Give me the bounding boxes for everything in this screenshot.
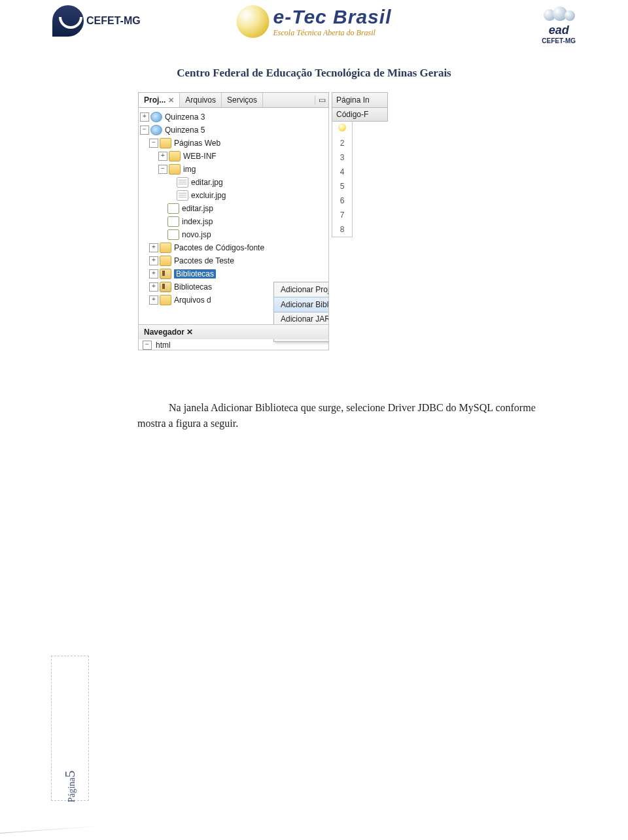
project-tree[interactable]: +Quinzena 3 −Quinzena 5 −Páginas Web +WE… (139, 108, 328, 309)
cefet-label: CEFET-MG (86, 15, 141, 27)
collapse-icon[interactable]: − (140, 126, 149, 135)
gutter-line: 6 (332, 193, 352, 208)
ead-sublabel: CEFET-MG (542, 37, 576, 44)
folder-icon (169, 151, 181, 161)
close-icon[interactable]: ✕ (186, 328, 193, 337)
gutter-line: 4 (332, 165, 352, 179)
cefet-icon (52, 5, 84, 37)
file-icon (177, 190, 188, 201)
folder-icon (160, 138, 171, 148)
tree-novo-jsp[interactable]: novo.jsp (182, 230, 211, 239)
nav-html-node[interactable]: html (156, 341, 171, 350)
globe-icon (237, 5, 270, 38)
gutter-line: 5 (332, 179, 352, 193)
footer-rule (0, 826, 105, 833)
expand-icon[interactable]: + (158, 152, 167, 161)
library-icon (160, 282, 171, 292)
etec-brand-text: e-Tec Brasil (273, 6, 392, 28)
tree-quinzena3[interactable]: Quinzena 3 (165, 112, 205, 122)
tree-arquivos-d[interactable]: Arquivos d (174, 295, 211, 305)
tab-projetos-label: Proj... (144, 95, 166, 105)
tree-pacotes-fonte[interactable]: Pacotes de Códigos-fonte (174, 243, 264, 252)
logo-etec-brasil: e-Tec Brasil Escola Técnica Aberta do Br… (237, 5, 392, 38)
tree-editar-jpg[interactable]: editar.jpg (191, 178, 223, 187)
page-number-box: Página5 (51, 656, 89, 801)
expand-icon[interactable]: + (149, 269, 158, 278)
folder-icon (160, 243, 171, 253)
jsp-file-icon (167, 216, 179, 227)
expand-icon[interactable]: + (149, 243, 158, 252)
logo-cefet: CEFET-MG (52, 5, 141, 37)
ide-screenshot: Proj...✕ Arquivos Serviços ▭ +Quinzena 3… (137, 92, 387, 374)
tree-img[interactable]: img (183, 165, 196, 174)
tab-servicos[interactable]: Serviços (222, 93, 263, 107)
close-icon[interactable]: ✕ (168, 96, 174, 104)
tab-navegador-label: Navegador (144, 328, 184, 337)
tree-bibliotecas-2[interactable]: Bibliotecas (174, 282, 212, 292)
tree-editar-jsp[interactable]: editar.jsp (182, 204, 213, 213)
page-number: 5 (61, 770, 78, 777)
expand-icon[interactable]: + (149, 256, 158, 265)
menu-adicionar-biblioteca[interactable]: Adicionar Biblioteca... (273, 297, 329, 312)
globe-icon (150, 112, 162, 122)
tab-projetos[interactable]: Proj...✕ (139, 93, 180, 107)
side-panel-tabs: Proj...✕ Arquivos Serviços ▭ (138, 92, 329, 108)
tree-excluir-jpg[interactable]: excluir.jpg (191, 191, 226, 200)
minimize-icon[interactable]: ▭ (315, 95, 328, 105)
lightbulb-icon[interactable] (338, 124, 346, 131)
jsp-file-icon (167, 229, 179, 240)
tree-quinzena5[interactable]: Quinzena 5 (165, 126, 205, 135)
gutter-line: 2 (332, 136, 352, 150)
expand-icon[interactable]: + (140, 112, 149, 122)
file-icon (177, 177, 188, 188)
page-label: Página (67, 777, 77, 802)
menu-adicionar-projeto[interactable]: Adicionar Projeto... (274, 282, 329, 297)
expand-icon[interactable]: + (149, 282, 158, 292)
body-paragraph: Na janela Adicionar Biblioteca que surge… (137, 400, 536, 431)
editor-tab[interactable]: Página In (332, 92, 388, 108)
collapse-icon[interactable]: − (158, 165, 167, 174)
folder-icon (160, 295, 171, 305)
orbs-icon (542, 5, 575, 24)
header-subtitle: Centro Federal de Educação Tecnológica d… (52, 67, 576, 80)
gutter-line: 7 (332, 208, 352, 222)
folder-icon (169, 164, 181, 175)
logo-ead: ead CEFET-MG (542, 5, 576, 44)
tab-arquivos[interactable]: Arquivos (180, 93, 222, 107)
tree-paginas-web[interactable]: Páginas Web (174, 139, 220, 148)
library-icon (160, 269, 171, 279)
tree-web-inf[interactable]: WEB-INF (183, 152, 217, 161)
tree-bibliotecas-selected[interactable]: Bibliotecas (174, 269, 216, 278)
tree-pacotes-teste[interactable]: Pacotes de Teste (174, 256, 234, 265)
collapse-icon[interactable]: − (149, 139, 158, 148)
jsp-file-icon (167, 203, 179, 214)
globe-icon (150, 125, 162, 135)
editor-subtab[interactable]: Código-F (332, 108, 388, 122)
tree-index-jsp[interactable]: index.jsp (182, 217, 213, 226)
expand-icon[interactable]: + (149, 295, 158, 305)
etec-tagline: Escola Técnica Aberta do Brasil (273, 28, 392, 38)
tab-navegador[interactable]: Navegador ✕ (139, 328, 198, 337)
folder-icon (160, 256, 171, 266)
expand-icon[interactable]: − (143, 341, 152, 350)
editor-gutter: 2 3 4 5 6 7 8 (332, 122, 353, 237)
ead-label: ead (542, 24, 576, 37)
document-header: CEFET-MG e-Tec Brasil Escola Técnica Abe… (52, 0, 576, 65)
body-text: Na janela Adicionar Biblioteca que surge… (137, 400, 536, 431)
gutter-line: 8 (332, 222, 352, 237)
gutter-line: 3 (332, 150, 352, 165)
